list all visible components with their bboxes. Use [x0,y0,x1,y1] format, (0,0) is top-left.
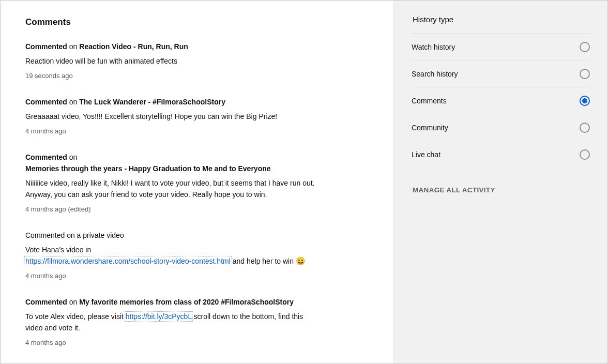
external-link[interactable]: https://bit.ly/3cPycbL [126,312,192,321]
comment-item: Commented on a private video Vote Hana's… [25,230,315,280]
comment-header: Commented on Reaction Video - Run, Run, … [25,41,315,52]
radio-icon [580,69,590,79]
comment-action: Commented [25,298,67,306]
manage-all-activity-link[interactable]: MANAGE ALL ACTIVITY [412,186,495,194]
on-connector: on [67,153,77,161]
history-option-comments[interactable]: Comments [412,87,590,114]
body-text-pre: To vote Alex video, please visit [25,312,126,321]
history-option-livechat[interactable]: Live chat [412,141,590,168]
video-title-link[interactable]: Reaction Video - Run, Run, Run [79,42,188,51]
comment-body: Niiiiiice video, really like it, Nikki! … [25,177,315,200]
comment-action: Commented [25,42,67,51]
history-option-watch[interactable]: Watch history [412,33,590,60]
comment-header: Commented on Memories through the years … [25,151,315,174]
comment-header: Commented on a private video [25,230,315,241]
user-mention[interactable]: Nikki [111,179,127,187]
radio-icon [580,96,590,106]
option-label: Community [412,124,448,132]
on-connector: on [67,42,79,51]
comment-header: Commented on The Luck Wanderer - #Filmor… [25,96,315,108]
on-connector: on [67,298,79,306]
comment-header: Commented on My favorite memories from c… [25,296,315,308]
page-title: Comments [25,17,369,27]
option-label: Watch history [412,43,455,51]
comment-item: Commented on Reaction Video - Run, Run, … [25,41,315,80]
radio-icon [580,42,590,52]
video-title-link[interactable]: My favorite memories from class of 2020 … [79,298,294,306]
comment-timestamp: 4 months ago [25,272,315,280]
on-connector: on [67,98,79,106]
comment-action: Commented [25,153,67,161]
body-text-post: and help her to win [231,257,296,265]
comment-timestamp: 4 months ago [25,339,315,346]
comment-body: Greaaaaat video, Yos!!!! Excellent story… [25,111,315,122]
history-type-sidebar: History type Watch history Search histor… [393,1,607,363]
video-title-link[interactable]: Memories through the years - Happy Gradu… [25,164,271,173]
body-text-pre: Vote Hana's video in [25,246,91,254]
radio-icon [580,123,590,133]
smile-emoji-icon: 😄 [296,256,306,265]
comment-item: Commented on My favorite memories from c… [25,296,315,346]
sidebar-title: History type [412,15,590,24]
comment-item: Commented on The Luck Wanderer - #Filmor… [25,96,315,135]
body-text-pre: Niiiiiice video, really like it, [25,179,111,187]
history-option-search[interactable]: Search history [412,60,590,87]
comment-body: Vote Hana's video in https://filmora.won… [25,244,315,267]
option-label: Comments [412,97,447,105]
video-title-link[interactable]: The Luck Wanderer - #FilmoraSchoolStory [79,98,225,106]
option-label: Search history [412,70,458,78]
comment-action: Commented [25,98,67,106]
comment-body: Reaction video will be fun with animated… [25,55,315,67]
comment-timestamp: 4 months ago (edited) [25,205,315,213]
external-link[interactable]: https://filmora.wondershare.com/school-s… [25,257,231,265]
radio-icon [580,149,590,160]
comment-timestamp: 4 months ago [25,127,315,135]
comments-panel: Comments Commented on Reaction Video - R… [1,1,393,363]
comment-item: Commented on Memories through the years … [25,151,315,213]
comment-timestamp: 19 seconds ago [25,72,315,80]
comment-body: To vote Alex video, please visit https:/… [25,311,315,333]
history-option-community[interactable]: Community [412,114,590,141]
option-label: Live chat [412,150,440,159]
